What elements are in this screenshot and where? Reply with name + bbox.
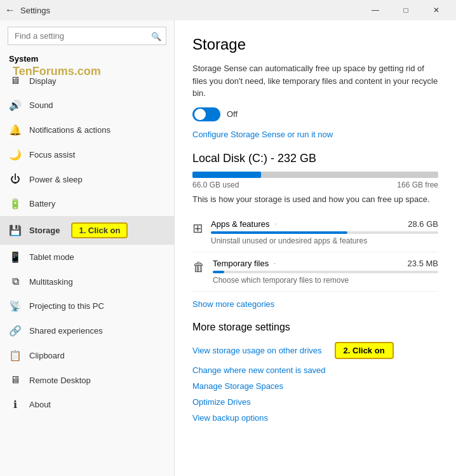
disk-bar-labels: 66.0 GB used 166 GB free [192, 180, 438, 189]
storage-item-bar [211, 231, 438, 234]
battery-icon: 🔋 [9, 198, 22, 210]
sidebar-item-label-sound: Sound [29, 100, 53, 110]
configure-link[interactable]: Configure Storage Sense or run it now [192, 130, 333, 139]
display-icon: 🖥 [9, 75, 22, 86]
storage-item-size: 23.5 MB [408, 259, 438, 268]
sidebar-items: 🖥Display🔊Sound🔔Notifications & actions🌙F… [0, 69, 174, 417]
show-more-link[interactable]: Show more categories [192, 299, 438, 309]
notifications-icon: 🔔 [9, 124, 22, 136]
sidebar-item-display[interactable]: 🖥Display [0, 69, 174, 93]
sidebar-item-label-about: About [29, 400, 51, 409]
page-title: Storage [192, 36, 438, 53]
sidebar-item-multitasking[interactable]: ⧉Multitasking [0, 269, 174, 294]
storage-item-icon: ⊞ [192, 221, 203, 236]
system-label: System [0, 51, 174, 69]
sidebar-item-label-projecting: Projecting to this PC [29, 301, 104, 311]
clipboard-icon: 📋 [9, 350, 22, 362]
sidebar-item-clipboard[interactable]: 📋Clipboard [0, 343, 174, 368]
storage-link-row-view-drives: View storage usage on other drives2. Cli… [192, 342, 438, 359]
storage-link-change-content[interactable]: Change where new content is saved [192, 365, 326, 375]
storage-item: 🗑Temporary files·23.5 MBChoose which tem… [192, 252, 438, 292]
sidebar-item-about[interactable]: ℹAbout [0, 392, 174, 417]
sidebar-item-storage[interactable]: 💾Storage1. Click on [0, 216, 174, 245]
sidebar-item-projecting[interactable]: 📡Projecting to this PC [0, 294, 174, 318]
storage-item-size: 28.6 GB [408, 219, 438, 229]
storage-item-name[interactable]: Temporary files· [213, 259, 277, 268]
storage-link-row-manage-spaces: Manage Storage Spaces [192, 381, 438, 391]
main-layout: TenForums.com 🔍 System 🖥Display🔊Sound🔔No… [0, 20, 456, 476]
storage-item-name[interactable]: Apps & features· [211, 219, 278, 229]
storage-item-bar-fill [211, 231, 347, 234]
sidebar-item-label-battery: Battery [29, 199, 55, 208]
storage-link-row-change-content: Change where new content is saved [192, 365, 438, 375]
sidebar-item-battery[interactable]: 🔋Battery [0, 191, 174, 216]
sound-icon: 🔊 [9, 99, 22, 111]
sidebar-item-focus[interactable]: 🌙Focus assist [0, 142, 174, 167]
toggle-thumb [194, 109, 206, 120]
storage-item-icon: 🗑 [192, 260, 205, 275]
content-area: Storage Storage Sense can automatically … [175, 20, 456, 476]
sidebar-item-label-remote: Remote Desktop [29, 376, 91, 385]
search-icon: 🔍 [151, 31, 161, 41]
titlebar-left: ← Settings [5, 4, 50, 16]
sidebar-item-remote[interactable]: 🖥Remote Desktop [0, 368, 174, 392]
power-icon: ⏻ [9, 173, 22, 185]
maximize-button[interactable]: □ [391, 0, 420, 20]
disk-free-label: 166 GB free [397, 180, 438, 189]
storage-items: ⊞Apps & features·28.6 GBUninstall unused… [192, 213, 438, 292]
about-icon: ℹ [9, 398, 22, 411]
sidebar-item-tablet[interactable]: 📱Tablet mode [0, 245, 174, 269]
storage-item-header: Apps & features·28.6 GB [211, 219, 438, 229]
shared-icon: 🔗 [9, 325, 22, 337]
storage-link-optimize[interactable]: Optimize Drives [192, 397, 251, 407]
sidebar-item-label-notifications: Notifications & actions [29, 125, 111, 135]
storage-sense-toggle[interactable] [192, 107, 220, 121]
storage-item-bar-fill [213, 271, 224, 273]
sidebar-item-label-clipboard: Clipboard [29, 351, 65, 360]
sidebar-item-power[interactable]: ⏻Power & sleep [0, 167, 174, 191]
titlebar-controls: — □ ✕ [361, 0, 451, 20]
sidebar-item-label-focus: Focus assist [29, 150, 75, 160]
sidebar-item-label-tablet: Tablet mode [29, 252, 74, 262]
storage-icon: 💾 [9, 224, 22, 236]
storage-sense-toggle-row: Off [192, 107, 438, 121]
storage-link-row-optimize: Optimize Drives [192, 397, 438, 407]
storage-item-body: Temporary files·23.5 MBChoose which temp… [213, 259, 438, 285]
focus-icon: 🌙 [9, 149, 22, 161]
sidebar-item-label-multitasking: Multitasking [29, 277, 73, 287]
sidebar-item-shared[interactable]: 🔗Shared experiences [0, 318, 174, 343]
sidebar-item-label-display: Display [29, 76, 57, 86]
tablet-icon: 📱 [9, 251, 22, 263]
storage-item-body: Apps & features·28.6 GBUninstall unused … [211, 219, 438, 245]
step1-callout: 1. Click on [71, 222, 128, 238]
storage-item-bar [213, 271, 438, 273]
sidebar-item-notifications[interactable]: 🔔Notifications & actions [0, 118, 174, 142]
search-input[interactable] [8, 27, 166, 45]
minimize-button[interactable]: — [361, 0, 390, 20]
disk-bar-container: 66.0 GB used 166 GB free [192, 172, 438, 189]
more-settings-heading: More storage settings [192, 322, 438, 333]
close-button[interactable]: ✕ [422, 0, 451, 20]
storage-desc: Storage Sense can automatically free up … [192, 62, 438, 100]
disk-heading: Local Disk (C:) - 232 GB [192, 152, 438, 165]
sidebar-item-label-storage: Storage [29, 226, 60, 235]
storage-link-view-drives[interactable]: View storage usage on other drives [192, 346, 322, 355]
disk-used-label: 66.0 GB used [192, 180, 239, 189]
sidebar-item-label-shared: Shared experiences [29, 326, 103, 336]
storage-link-manage-spaces[interactable]: Manage Storage Spaces [192, 381, 283, 391]
titlebar-title: Settings [20, 6, 50, 15]
multitasking-icon: ⧉ [9, 276, 22, 287]
storage-item-desc: Uninstall unused or undesired apps & fea… [211, 236, 438, 245]
storage-item-header: Temporary files·23.5 MB [213, 259, 438, 268]
sidebar-item-label-power: Power & sleep [29, 175, 83, 184]
storage-item: ⊞Apps & features·28.6 GBUninstall unused… [192, 213, 438, 252]
toggle-label: Off [227, 109, 238, 119]
back-button[interactable]: ← [5, 4, 15, 16]
step2-callout: 2. Click on [335, 342, 394, 359]
disk-bar-fill [192, 172, 261, 178]
more-links: View storage usage on other drives2. Cli… [192, 342, 438, 423]
storage-link-backup[interactable]: View backup options [192, 413, 268, 423]
storage-link-row-backup: View backup options [192, 413, 438, 423]
remote-icon: 🖥 [9, 374, 22, 386]
sidebar-item-sound[interactable]: 🔊Sound [0, 93, 174, 118]
